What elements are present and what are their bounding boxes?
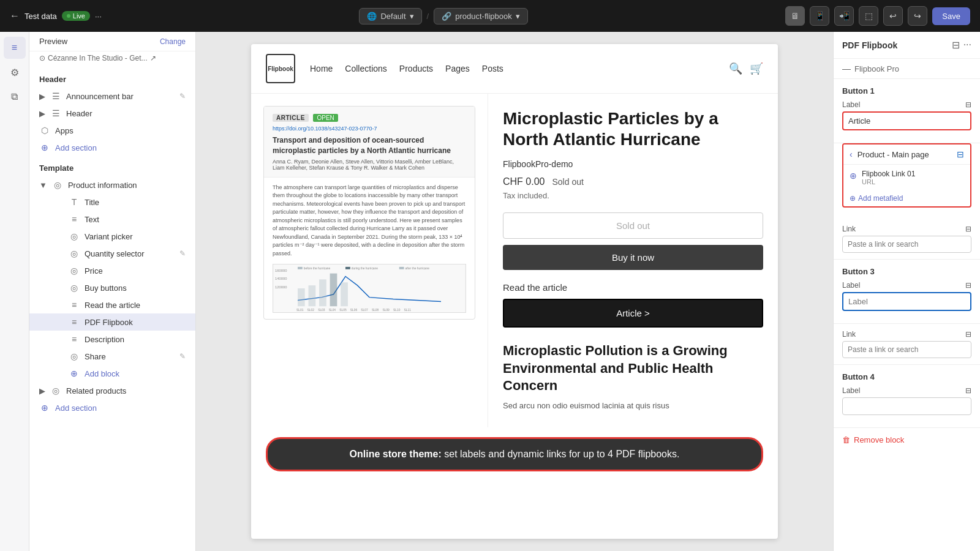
sidebar-item-text[interactable]: ≡ Text bbox=[29, 211, 195, 228]
button3-db-icon[interactable]: ⊟ bbox=[965, 281, 971, 290]
undo-button[interactable]: ↩ bbox=[883, 6, 903, 26]
related-products-icon: ◎ bbox=[50, 386, 61, 395]
svg-text:SL01: SL01 bbox=[296, 309, 304, 312]
buy-now-button[interactable]: Buy it now bbox=[503, 245, 763, 270]
svg-rect-4 bbox=[298, 288, 305, 306]
sidebar-item-pdf-flipbook[interactable]: ≡ PDF Flipbook bbox=[29, 313, 195, 331]
rs-header-icons: ⊟ ··· bbox=[952, 39, 971, 51]
grid-view-button[interactable]: ⬚ bbox=[859, 6, 878, 26]
sidebar-item-share[interactable]: ◎ Share ✎ bbox=[29, 348, 195, 365]
svg-text:SL07: SL07 bbox=[361, 309, 368, 312]
link-db-icon[interactable]: ⊟ bbox=[965, 225, 971, 233]
button3-label-input[interactable] bbox=[842, 292, 971, 311]
related-products-label: Related products bbox=[66, 386, 186, 395]
sidebar-panel: ≡ ⚙ ⧉ Preview Change ⊙ Cézanne In The St… bbox=[0, 32, 195, 551]
sidebar-item-product-info[interactable]: ▼ ◎ Product information bbox=[29, 176, 195, 193]
external-link-icon[interactable]: ↗ bbox=[150, 54, 156, 62]
article-url: https://doi.org/10.1038/s43247-023-0770-… bbox=[273, 126, 466, 132]
open-badge: OPEN bbox=[313, 114, 337, 122]
buy-buttons-label: Buy buttons bbox=[85, 283, 186, 293]
article-button[interactable]: Article > bbox=[503, 299, 763, 328]
quantity-selector-icon: ◎ bbox=[69, 249, 80, 258]
svg-text:SL05: SL05 bbox=[339, 309, 347, 312]
sidebar-item-price[interactable]: ◎ Price bbox=[29, 262, 195, 279]
remove-block-button[interactable]: 🗑 Remove block bbox=[834, 428, 980, 452]
nav-pages[interactable]: Pages bbox=[445, 64, 470, 73]
collapse-arrow-2: ▶ bbox=[39, 109, 45, 118]
rs-copy-icon[interactable]: ⊟ bbox=[952, 39, 960, 51]
share-edit-icon[interactable]: ✎ bbox=[179, 352, 186, 361]
sidebar-item-buy-buttons[interactable]: ◎ Buy buttons bbox=[29, 279, 195, 296]
nav-products[interactable]: Products bbox=[399, 64, 433, 73]
quantity-edit-icon[interactable]: ✎ bbox=[179, 249, 186, 258]
add-block-icon: ⊕ bbox=[69, 369, 80, 378]
save-button[interactable]: Save bbox=[932, 7, 970, 25]
sidebar-item-header[interactable]: ▶ ☰ Header bbox=[29, 105, 195, 122]
title-label: Title bbox=[85, 198, 186, 207]
nav-theme-icon[interactable]: ≡ bbox=[4, 37, 26, 59]
button3-link-db-icon[interactable]: ⊟ bbox=[965, 330, 971, 339]
tablet-view-button[interactable]: 📱 bbox=[810, 6, 829, 26]
sidebar-item-announcement-bar[interactable]: ▶ ☰ Announcement bar ✎ bbox=[29, 88, 195, 105]
svg-rect-5 bbox=[309, 285, 316, 306]
dropdown-back-button[interactable]: ‹ bbox=[850, 149, 853, 159]
nav-posts[interactable]: Posts bbox=[482, 64, 503, 73]
add-section2-button[interactable]: ⊕ Add section bbox=[29, 399, 195, 416]
svg-rect-24 bbox=[399, 267, 404, 269]
sidebar-item-read-article[interactable]: ≡ Read the article bbox=[29, 296, 195, 313]
read-article-icon: ≡ bbox=[69, 300, 80, 310]
button4-section: Button 4 Label ⊟ bbox=[834, 365, 980, 428]
button3-link-input[interactable] bbox=[842, 341, 971, 358]
remove-icon: 🗑 bbox=[842, 435, 850, 444]
mobile-view-button[interactable]: 📲 bbox=[834, 6, 854, 26]
canvas-inner: Flipbook Home Collections Products Pages… bbox=[251, 44, 778, 539]
button1-label-input[interactable] bbox=[842, 111, 971, 130]
button4-db-icon[interactable]: ⊟ bbox=[965, 386, 971, 395]
sidebar-item-title[interactable]: T Title bbox=[29, 193, 195, 211]
button1-label-input-wrap bbox=[842, 111, 971, 135]
left-sidebar: ≡ ⚙ ⧉ Preview Change ⊙ Cézanne In The St… bbox=[0, 32, 196, 551]
canvas: Flipbook Home Collections Products Pages… bbox=[196, 32, 833, 551]
add-meta-icon: ⊕ bbox=[850, 194, 856, 203]
cart-icon[interactable]: 🛒 bbox=[750, 62, 763, 75]
store-logo: Flipbook bbox=[266, 54, 295, 83]
nav-home[interactable]: Home bbox=[310, 64, 333, 73]
sidebar-item-variant-picker[interactable]: ◎ Variant picker bbox=[29, 228, 195, 245]
topbar-title: Test data bbox=[24, 12, 57, 21]
back-button[interactable]: ← bbox=[10, 10, 20, 21]
product-image-area: ARTICLE OPEN https://doi.org/10.1038/s43… bbox=[251, 94, 488, 427]
label-db-icon[interactable]: ⊟ bbox=[965, 100, 971, 109]
sidebar-item-description[interactable]: ≡ Description bbox=[29, 331, 195, 348]
redo-button[interactable]: ↪ bbox=[908, 6, 927, 26]
sidebar-item-quantity-selector[interactable]: ◎ Quantity selector ✎ bbox=[29, 245, 195, 262]
preview-change-button[interactable]: Change bbox=[160, 37, 186, 46]
nav-settings-icon[interactable]: ⚙ bbox=[4, 61, 26, 83]
button4-label-input[interactable] bbox=[842, 397, 971, 415]
link-input[interactable] bbox=[842, 236, 971, 253]
add-section-icon: ⊕ bbox=[39, 143, 50, 152]
product-dropdown[interactable]: 🔗 product-flipbook ▾ bbox=[434, 8, 528, 24]
svg-text:SL11: SL11 bbox=[404, 309, 412, 312]
sold-out-button[interactable]: Sold out bbox=[503, 212, 763, 239]
preview-page-name: Cézanne In The Studio - Get... bbox=[48, 54, 148, 62]
dropdown-header[interactable]: ‹ Product - Main page ⊟ bbox=[843, 144, 970, 165]
nav-blocks-icon[interactable]: ⧉ bbox=[4, 86, 26, 108]
button3-section: Button 3 Label ⊟ bbox=[834, 260, 980, 324]
sidebar-item-apps[interactable]: ⬡ Apps bbox=[29, 122, 195, 139]
dropdown-item: ⊕ Flipbook Link 01 URL bbox=[843, 165, 970, 190]
search-icon[interactable]: 🔍 bbox=[729, 62, 742, 75]
add-section2-label: Add section bbox=[55, 403, 186, 413]
topbar-more-button[interactable]: ··· bbox=[95, 12, 102, 21]
add-block-button[interactable]: ⊕ Add block bbox=[29, 365, 195, 382]
edit-icon[interactable]: ✎ bbox=[179, 92, 186, 100]
dropdown-db-icon[interactable]: ⊟ bbox=[957, 149, 964, 159]
sidebar-item-related-products[interactable]: ▶ ◎ Related products bbox=[29, 382, 195, 399]
default-dropdown[interactable]: 🌐 Default ▾ bbox=[359, 8, 421, 24]
nav-collections[interactable]: Collections bbox=[345, 64, 386, 73]
rs-sub-icon: — bbox=[842, 64, 851, 73]
dropdown-title: Product - Main page bbox=[858, 150, 957, 159]
add-section-button[interactable]: ⊕ Add section bbox=[29, 139, 195, 156]
add-metafield-button[interactable]: ⊕ Add metafield bbox=[843, 190, 970, 206]
rs-more-icon[interactable]: ··· bbox=[963, 39, 971, 51]
desktop-view-button[interactable]: 🖥 bbox=[785, 6, 805, 26]
